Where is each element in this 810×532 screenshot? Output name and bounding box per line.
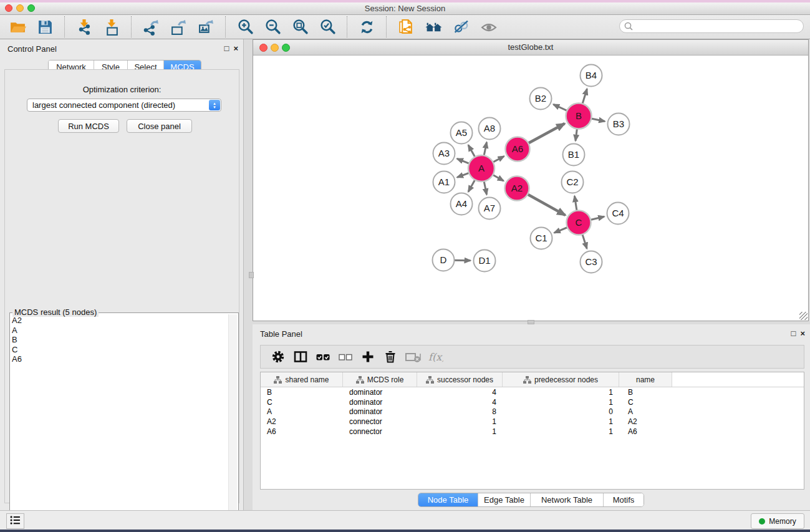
table-float-panel-icon[interactable]: □: [791, 329, 796, 338]
table-row[interactable]: Cdominator41C: [261, 397, 804, 407]
graph-node-B2[interactable]: B2: [530, 88, 552, 110]
zoom-in-icon[interactable]: [236, 17, 254, 36]
column-header-MCDS-role[interactable]: MCDS role: [343, 372, 417, 387]
unchecked-pair-icon[interactable]: [334, 346, 357, 367]
tab-edge-table[interactable]: Edge Table: [478, 493, 530, 506]
table-close-panel-icon[interactable]: ×: [800, 329, 805, 338]
trash-icon[interactable]: [379, 346, 402, 367]
minimize-traffic-light[interactable]: [16, 4, 24, 12]
graph-node-A4[interactable]: A4: [451, 193, 473, 215]
table-cell: 1: [417, 427, 503, 436]
network-maximize-traffic-light[interactable]: [282, 44, 290, 52]
open-folder-icon[interactable]: [8, 17, 27, 36]
node-table[interactable]: shared nameMCDS rolesuccessor nodesprede…: [260, 372, 804, 490]
window-titlebar[interactable]: Session: New Session: [0, 2, 810, 15]
network-window-title: testGlobe.txt: [253, 40, 808, 55]
save-icon[interactable]: [36, 17, 54, 36]
zoom-fit-icon[interactable]: [291, 17, 309, 36]
tab-network-table[interactable]: Network Table: [530, 493, 603, 506]
graph-node-A2[interactable]: A2: [505, 177, 529, 201]
graph-node-A1[interactable]: A1: [433, 172, 455, 193]
eye-icon[interactable]: [479, 17, 498, 36]
table-row[interactable]: Adominator80A: [261, 407, 804, 417]
table-cell: B: [619, 388, 672, 397]
graph-node-C2[interactable]: C2: [562, 172, 584, 193]
network-graph-canvas[interactable]: A A1 A2 A3 A4 A5 A6 A7 A8 B B1 B2 B3 B4 …: [254, 56, 808, 321]
graph-node-C[interactable]: C: [567, 211, 591, 235]
zoom-out-icon[interactable]: [263, 17, 282, 36]
mcds-result-item[interactable]: A: [12, 326, 227, 336]
zoom-selected-icon[interactable]: [318, 17, 337, 36]
maximize-traffic-light[interactable]: [27, 4, 35, 12]
network-document-icon[interactable]: [397, 17, 415, 36]
optimization-dropdown[interactable]: largest connected component (directed) ▲…: [27, 99, 221, 112]
column-header-name[interactable]: name: [619, 372, 672, 387]
mcds-result-item[interactable]: B: [12, 335, 227, 345]
network-horizontal-scrollbar[interactable]: [528, 320, 534, 324]
tab-motifs[interactable]: Motifs: [603, 493, 644, 506]
column-header-successor-nodes[interactable]: successor nodes: [417, 372, 503, 387]
column-header-predecessor-nodes[interactable]: predecessor nodes: [503, 372, 619, 387]
graph-node-A8[interactable]: A8: [479, 118, 501, 140]
graph-node-A3[interactable]: A3: [433, 143, 455, 165]
close-panel-icon[interactable]: ×: [233, 44, 238, 53]
table-cell: 4: [417, 388, 503, 397]
memory-button[interactable]: Memory: [751, 513, 804, 529]
search-input[interactable]: [619, 19, 804, 33]
checked-pair-icon[interactable]: [312, 346, 334, 367]
table-row[interactable]: Bdominator41B: [261, 387, 804, 397]
mcds-result-scrollbar[interactable]: [228, 314, 237, 527]
home-pair-icon[interactable]: [424, 17, 443, 36]
mcds-result-item[interactable]: C: [12, 345, 227, 355]
graph-node-C1[interactable]: C1: [531, 228, 552, 249]
dropdown-stepper-icon[interactable]: ▲▼: [209, 100, 220, 110]
hide-glasses-icon[interactable]: [451, 17, 470, 36]
table-row[interactable]: A6connector11A6: [261, 427, 804, 437]
graph-node-A7[interactable]: A7: [479, 198, 501, 220]
tab-node-table[interactable]: Node Table: [418, 493, 478, 506]
table-panel: Table Panel □× f(x) shared nameMCDS role…: [253, 324, 810, 510]
task-history-button[interactable]: [6, 513, 24, 529]
network-vertical-scrollbar[interactable]: [249, 272, 254, 278]
mcds-result-item[interactable]: A6: [12, 354, 227, 364]
graph-node-C4[interactable]: C4: [607, 203, 629, 225]
plus-icon[interactable]: [357, 346, 379, 367]
export-image-icon[interactable]: [196, 17, 215, 36]
run-mcds-button[interactable]: Run MCDS: [58, 119, 119, 133]
optimization-criterion-label: Optimization criterion:: [5, 85, 239, 94]
network-minimize-traffic-light[interactable]: [271, 44, 279, 52]
network-window-titlebar[interactable]: testGlobe.txt: [253, 40, 808, 56]
mcds-result-item[interactable]: A2: [12, 316, 227, 326]
graph-node-A[interactable]: A: [468, 155, 494, 181]
optimization-dropdown-value: largest connected component (directed): [32, 100, 175, 110]
export-network-icon[interactable]: [142, 17, 160, 36]
svg-text:C3: C3: [585, 256, 597, 267]
table-cell: C: [619, 398, 672, 407]
import-network-icon[interactable]: [75, 17, 94, 36]
toolbar-separator: [386, 16, 387, 37]
refresh-icon[interactable]: [357, 17, 376, 36]
import-table-icon[interactable]: [102, 17, 121, 36]
close-traffic-light[interactable]: [5, 4, 12, 12]
gear-icon[interactable]: [267, 346, 289, 367]
graph-node-A5[interactable]: A5: [451, 122, 473, 144]
graph-node-A6[interactable]: A6: [506, 137, 530, 162]
graph-node-B4[interactable]: B4: [581, 65, 602, 87]
float-panel-icon[interactable]: □: [224, 44, 229, 53]
graph-node-D[interactable]: D: [433, 249, 455, 271]
export-table-icon[interactable]: [169, 17, 188, 36]
table-row[interactable]: A2connector11A2: [261, 417, 804, 427]
graph-node-B1[interactable]: B1: [563, 144, 585, 166]
column-header-shared-name[interactable]: shared name: [261, 372, 343, 387]
mcds-result-list[interactable]: A2ABCA6: [12, 316, 227, 526]
graph-node-B3[interactable]: B3: [608, 114, 630, 135]
resize-grip-icon[interactable]: [799, 312, 808, 320]
table-cell: 1: [503, 388, 619, 397]
close-panel-button[interactable]: Close panel: [127, 119, 192, 133]
columns-icon[interactable]: [289, 346, 312, 367]
graph-node-C3[interactable]: C3: [581, 251, 602, 273]
toolbar-separator: [131, 16, 132, 37]
network-close-traffic-light[interactable]: [259, 44, 268, 52]
graph-node-B[interactable]: B: [566, 104, 592, 129]
graph-node-D1[interactable]: D1: [474, 250, 496, 272]
